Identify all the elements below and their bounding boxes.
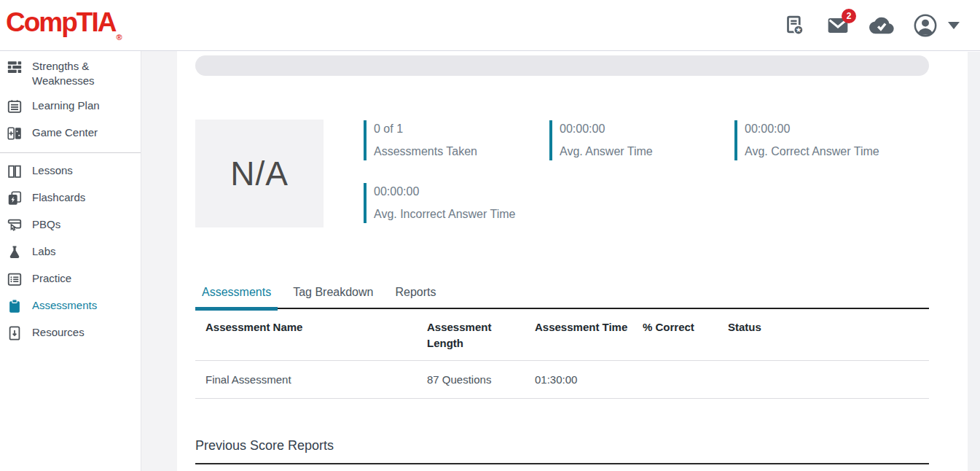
header-icon-group: ★ 2 bbox=[782, 0, 960, 51]
sidebar-item-label: Assessments bbox=[32, 298, 97, 313]
sidebar-item-strengths-weaknesses[interactable]: Strengths & Weaknesses bbox=[0, 54, 141, 93]
stat-value: 00:00:00 bbox=[560, 121, 734, 137]
cell-assessment-length: 87 Questions bbox=[427, 373, 535, 386]
pbq-icon bbox=[6, 217, 23, 234]
stat-avg-answer-time: 00:00:00 Avg. Answer Time bbox=[549, 120, 734, 160]
stat-avg-correct-answer-time: 00:00:00 Avg. Correct Answer Time bbox=[734, 120, 879, 160]
stat-label: Avg. Answer Time bbox=[560, 144, 734, 160]
logo-text: CompTIA bbox=[6, 7, 115, 37]
tab-reports[interactable]: Reports bbox=[388, 286, 442, 308]
labs-icon bbox=[6, 244, 23, 261]
learning-plan-icon bbox=[6, 98, 23, 115]
svg-text:★: ★ bbox=[796, 26, 801, 34]
vertical-scrollbar[interactable] bbox=[968, 52, 980, 471]
cell-assessment-time: 01:30:00 bbox=[535, 373, 643, 386]
tab-tag-breakdown[interactable]: Tag Breakdown bbox=[286, 286, 380, 308]
practice-icon bbox=[6, 270, 23, 288]
stat-value: 00:00:00 bbox=[374, 184, 549, 200]
stats-grid: 0 of 1 Assessments Taken 00:00:00 Avg. A… bbox=[364, 120, 879, 227]
col-assessment-length: Assessment Length bbox=[427, 319, 497, 351]
stat-value: 0 of 1 bbox=[374, 121, 549, 137]
registered-mark: ® bbox=[116, 33, 122, 42]
score-placeholder-box: N/A bbox=[195, 120, 324, 227]
sidebar-item-label: Flashcards bbox=[32, 190, 85, 205]
sidebar-item-label: Practice bbox=[32, 271, 71, 286]
comptia-logo[interactable]: CompTIA® bbox=[6, 6, 122, 54]
sidebar-item-practice[interactable]: Practice bbox=[0, 266, 141, 293]
sidebar-item-learning-plan[interactable]: Learning Plan bbox=[0, 93, 141, 120]
flashcards-icon bbox=[6, 190, 23, 207]
sidebar-content-gutter bbox=[141, 51, 177, 471]
sidebar-item-resources[interactable]: Resources bbox=[0, 320, 141, 347]
stat-label: Avg. Incorrect Answer Time bbox=[374, 206, 549, 222]
content-tabs: Assessments Tag Breakdown Reports bbox=[195, 286, 929, 309]
sidebar-item-game-center[interactable]: Game Center bbox=[0, 120, 141, 147]
table-row[interactable]: Final Assessment 87 Questions 01:30:00 bbox=[195, 361, 929, 399]
progress-bar bbox=[195, 55, 929, 76]
mail-icon[interactable]: 2 bbox=[826, 13, 850, 38]
sidebar-item-assessments[interactable]: Assessments bbox=[0, 293, 141, 320]
stat-avg-incorrect-answer-time: 00:00:00 Avg. Incorrect Answer Time bbox=[364, 183, 549, 223]
assessment-summary: N/A 0 of 1 Assessments Taken 00:00:00 Av… bbox=[195, 120, 929, 227]
sidebar-item-label: Strengths & Weaknesses bbox=[32, 59, 135, 88]
cell-assessment-name[interactable]: Final Assessment bbox=[205, 373, 427, 386]
previous-reports-divider bbox=[195, 463, 929, 464]
tab-assessments[interactable]: Assessments bbox=[195, 286, 278, 308]
col-status: Status bbox=[728, 319, 929, 351]
col-assessment-time: Assessment Time bbox=[535, 319, 643, 351]
cloud-check-icon[interactable] bbox=[869, 13, 894, 38]
sidebar-item-labs[interactable]: Labs bbox=[0, 239, 141, 266]
lessons-icon bbox=[6, 163, 23, 180]
sidebar-item-lessons[interactable]: Lessons bbox=[0, 158, 141, 185]
sidebar-item-label: Resources bbox=[32, 325, 85, 340]
stat-assessments-taken: 0 of 1 Assessments Taken bbox=[364, 120, 549, 160]
top-header: CompTIA® ★ 2 bbox=[0, 0, 980, 51]
assessments-table: Assessment Name Assessment Length Assess… bbox=[195, 309, 929, 399]
account-menu-caret-icon[interactable] bbox=[948, 22, 960, 29]
score-report-icon[interactable]: ★ bbox=[782, 13, 807, 38]
sidebar-item-pbqs[interactable]: PBQs bbox=[0, 212, 141, 239]
sidebar-item-label: Lessons bbox=[32, 163, 73, 178]
stat-label: Assessments Taken bbox=[374, 144, 549, 160]
sidebar-item-label: Labs bbox=[32, 244, 56, 259]
sidebar-item-label: PBQs bbox=[32, 217, 60, 232]
avatar-icon[interactable] bbox=[913, 13, 938, 38]
sidebar-item-label: Game Center bbox=[32, 125, 98, 140]
sidebar-nav: Strengths & Weaknesses Learning Plan bbox=[0, 51, 141, 471]
stat-value: 00:00:00 bbox=[745, 121, 879, 137]
resources-icon bbox=[6, 324, 23, 342]
mail-badge: 2 bbox=[842, 9, 856, 23]
game-center-icon bbox=[6, 125, 23, 142]
stat-label: Avg. Correct Answer Time bbox=[745, 144, 879, 160]
col-percent-correct: % Correct bbox=[643, 319, 728, 351]
strengths-icon bbox=[6, 58, 23, 76]
col-assessment-name: Assessment Name bbox=[205, 319, 427, 351]
sidebar-divider bbox=[0, 152, 141, 153]
app-window: CompTIA® ★ 2 bbox=[0, 0, 980, 471]
sidebar-item-label: Learning Plan bbox=[32, 98, 100, 113]
score-placeholder: N/A bbox=[230, 154, 289, 193]
assessments-icon bbox=[6, 297, 23, 315]
table-header-row: Assessment Name Assessment Length Assess… bbox=[195, 309, 929, 361]
main-content: N/A 0 of 1 Assessments Taken 00:00:00 Av… bbox=[177, 51, 968, 471]
sidebar-item-flashcards[interactable]: Flashcards bbox=[0, 185, 141, 212]
previous-score-reports-heading: Previous Score Reports bbox=[195, 438, 929, 454]
